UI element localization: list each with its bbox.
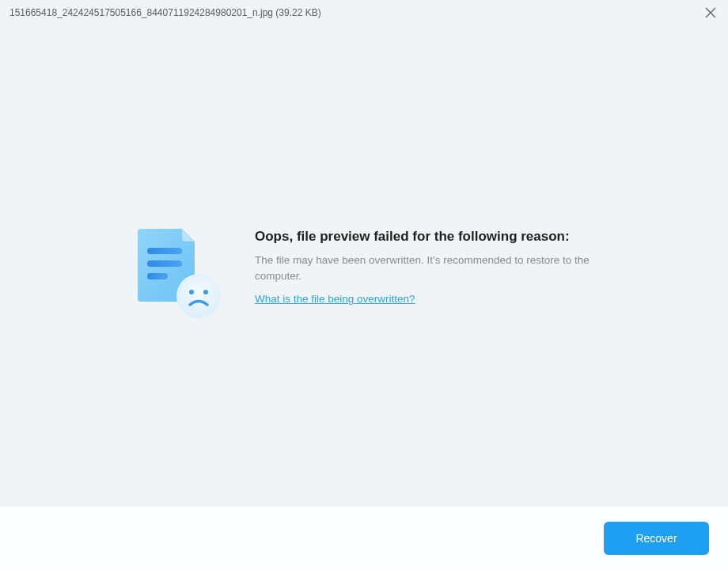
footer-bar: Recover bbox=[0, 507, 728, 570]
close-button[interactable] bbox=[703, 5, 719, 21]
error-title: Oops, file preview failed for the follow… bbox=[255, 229, 619, 245]
close-icon bbox=[705, 7, 716, 18]
error-message-block: Oops, file preview failed for the follow… bbox=[255, 226, 619, 306]
svg-point-6 bbox=[189, 290, 194, 294]
svg-rect-2 bbox=[147, 248, 182, 254]
svg-point-5 bbox=[176, 274, 221, 318]
error-description: The file may have been overwritten. It's… bbox=[255, 253, 619, 283]
svg-point-7 bbox=[203, 290, 208, 294]
error-content: Oops, file preview failed for the follow… bbox=[135, 226, 619, 317]
filename-label: 151665418_242424517505166_84407119242849… bbox=[9, 7, 321, 18]
header-bar: 151665418_242424517505166_84407119242849… bbox=[0, 0, 728, 25]
help-link[interactable]: What is the file being overwritten? bbox=[255, 293, 415, 305]
error-illustration bbox=[135, 226, 222, 317]
recover-button[interactable]: Recover bbox=[604, 522, 709, 555]
sad-face-icon bbox=[176, 273, 222, 319]
svg-rect-3 bbox=[147, 260, 182, 267]
svg-rect-4 bbox=[147, 273, 168, 279]
